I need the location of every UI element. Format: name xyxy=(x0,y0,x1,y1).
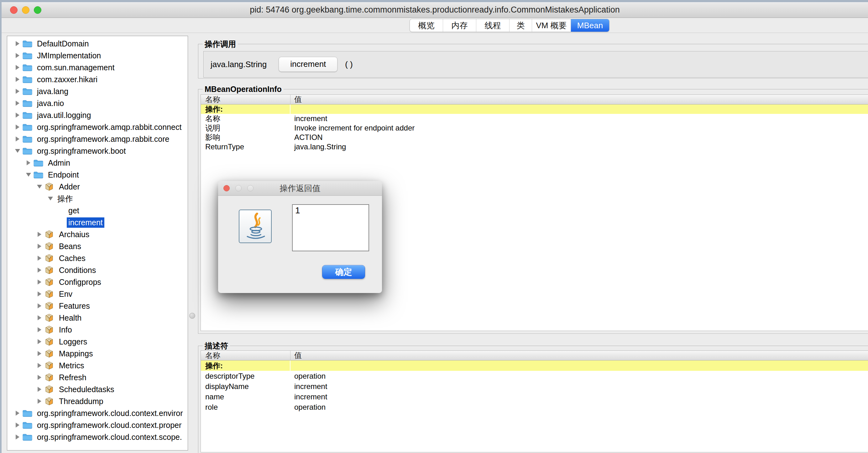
chevron-right-icon[interactable] xyxy=(14,124,21,130)
chevron-right-icon[interactable] xyxy=(14,113,21,118)
chevron-right-icon[interactable] xyxy=(36,280,43,285)
table-row[interactable]: displayNameincrement xyxy=(201,381,868,392)
column-header-value[interactable]: 值 xyxy=(290,351,868,360)
tree-item[interactable]: Archaius xyxy=(7,228,188,240)
tab-overview[interactable]: 概览 xyxy=(410,19,443,32)
column-header-name[interactable]: 名称 xyxy=(201,95,290,104)
chevron-right-icon[interactable] xyxy=(36,244,43,249)
tree-item[interactable]: Scheduledtasks xyxy=(7,384,188,395)
tree-item[interactable]: Conditions xyxy=(7,264,188,276)
tree-item-label: Archaius xyxy=(57,229,91,240)
chevron-right-icon[interactable] xyxy=(25,160,32,165)
tree-item[interactable]: Adder xyxy=(7,181,188,193)
tree-item[interactable]: org.springframework.boot xyxy=(7,145,188,157)
chevron-right-icon[interactable] xyxy=(36,375,43,380)
tab-memory[interactable]: 内存 xyxy=(443,19,476,32)
tree-item[interactable]: 操作 xyxy=(7,193,188,204)
chevron-right-icon[interactable] xyxy=(36,267,43,273)
chevron-right-icon[interactable] xyxy=(14,53,21,58)
chevron-right-icon[interactable] xyxy=(36,399,43,404)
chevron-right-icon[interactable] xyxy=(36,303,43,308)
table-row[interactable]: 说明Invoke increment for endpoint adder xyxy=(201,123,868,133)
ok-button[interactable]: 确定 xyxy=(322,265,365,279)
tree-item[interactable]: Features xyxy=(7,300,188,312)
tree-item[interactable]: com.zaxxer.hikari xyxy=(7,74,188,85)
chevron-right-icon[interactable] xyxy=(36,339,43,344)
tree-item[interactable]: Admin xyxy=(7,157,188,169)
tree-item[interactable]: Info xyxy=(7,324,188,336)
tab-classes[interactable]: 类 xyxy=(509,19,532,32)
tab-threads[interactable]: 线程 xyxy=(476,19,509,32)
chevron-right-icon[interactable] xyxy=(14,65,21,70)
tree-item[interactable]: org.springframework.cloud.context.scope. xyxy=(7,431,188,443)
table-row[interactable]: descriptorTypeoperation xyxy=(201,371,868,381)
tree-item[interactable]: Threaddump xyxy=(7,395,188,407)
chevron-right-icon[interactable] xyxy=(36,387,43,392)
tree-item[interactable]: Caches xyxy=(7,252,188,264)
table-row[interactable]: 操作: xyxy=(201,105,868,114)
tree-item[interactable]: org.springframework.cloud.context.enviro… xyxy=(7,407,188,419)
tree-item[interactable]: Env xyxy=(7,288,188,300)
return-value-textarea[interactable]: 1 xyxy=(292,204,369,251)
tree-item-label: get xyxy=(67,205,81,216)
tree-item[interactable]: java.lang xyxy=(7,85,188,97)
column-header-value[interactable]: 值 xyxy=(290,95,868,104)
tree-item[interactable]: Mappings xyxy=(7,348,188,360)
mbean-icon xyxy=(43,397,56,405)
table-row[interactable]: 操作: xyxy=(201,361,868,371)
tab-vm-summary[interactable]: VM 概要 xyxy=(532,19,571,32)
tree-item[interactable]: Beans xyxy=(7,240,188,252)
chevron-right-icon[interactable] xyxy=(36,363,43,368)
tree-item[interactable]: increment xyxy=(7,217,188,228)
tree-item-label: Endpoint xyxy=(46,170,81,180)
tree-item[interactable]: org.springframework.amqp.rabbit.core xyxy=(7,133,188,145)
chevron-down-icon[interactable] xyxy=(14,149,21,153)
chevron-right-icon[interactable] xyxy=(14,101,21,106)
tree-item[interactable]: get xyxy=(7,204,188,217)
tree-item[interactable]: Metrics xyxy=(7,360,188,371)
chevron-right-icon[interactable] xyxy=(14,434,21,440)
chevron-right-icon[interactable] xyxy=(14,89,21,94)
chevron-right-icon[interactable] xyxy=(36,291,43,296)
chevron-right-icon[interactable] xyxy=(36,232,43,237)
tree-item[interactable]: java.util.logging xyxy=(7,109,188,121)
descriptor-table: 名称 值 操作:descriptorTypeoperationdisplayNa… xyxy=(200,350,868,452)
table-row[interactable]: 名称increment xyxy=(201,114,868,123)
increment-operation-button[interactable]: increment xyxy=(279,57,338,72)
tree-item[interactable]: org.springframework.cloud.context.proper xyxy=(7,419,188,431)
tree-item[interactable]: Health xyxy=(7,312,188,324)
chevron-right-icon[interactable] xyxy=(36,327,43,332)
chevron-down-icon[interactable] xyxy=(36,185,43,189)
mbean-tree[interactable]: DefaultDomainJMImplementationcom.sun.man… xyxy=(7,36,188,451)
chevron-down-icon[interactable] xyxy=(47,197,54,200)
tree-item[interactable]: Endpoint xyxy=(7,169,188,181)
chevron-right-icon[interactable] xyxy=(36,315,43,320)
tree-item[interactable]: org.springframework.amqp.rabbit.connect xyxy=(7,121,188,133)
tree-item[interactable]: Configprops xyxy=(7,276,188,288)
chevron-right-icon[interactable] xyxy=(36,351,43,356)
tab-mbean[interactable]: MBean xyxy=(571,19,609,32)
tree-item-label: Health xyxy=(57,313,83,323)
tree-item[interactable]: Loggers xyxy=(7,336,188,348)
tree-item[interactable]: java.nio xyxy=(7,97,188,109)
chevron-right-icon[interactable] xyxy=(14,41,21,46)
table-row[interactable]: nameincrement xyxy=(201,392,868,402)
table-row[interactable]: 影响ACTION xyxy=(201,133,868,142)
cell-value: ACTION xyxy=(290,133,868,142)
tree-item[interactable]: DefaultDomain xyxy=(7,38,188,50)
tree-item[interactable]: JMImplementation xyxy=(7,50,188,61)
table-row[interactable]: ReturnTypejava.lang.String xyxy=(201,142,868,151)
folder-icon xyxy=(32,159,44,167)
tree-item[interactable]: Refresh xyxy=(7,371,188,384)
chevron-right-icon[interactable] xyxy=(14,410,21,416)
splitter-handle[interactable] xyxy=(189,313,195,319)
table-row[interactable]: roleoperation xyxy=(201,402,868,412)
tree-item[interactable]: com.sun.management xyxy=(7,61,188,74)
chevron-right-icon[interactable] xyxy=(14,423,21,428)
chevron-right-icon[interactable] xyxy=(14,77,21,82)
cell-name: ReturnType xyxy=(201,142,290,151)
column-header-name[interactable]: 名称 xyxy=(201,351,290,360)
chevron-right-icon[interactable] xyxy=(14,137,21,141)
chevron-right-icon[interactable] xyxy=(36,256,43,261)
chevron-down-icon[interactable] xyxy=(25,173,32,177)
